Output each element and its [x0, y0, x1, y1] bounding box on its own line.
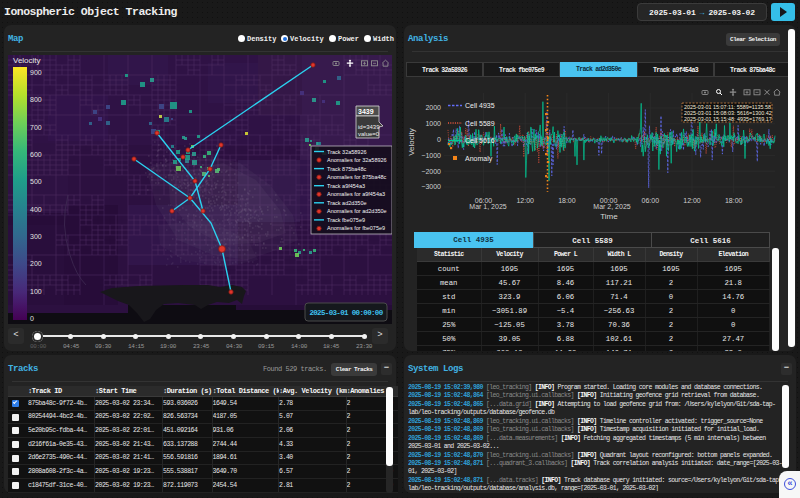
svg-text:Cell 4935: Cell 4935: [465, 102, 495, 109]
svg-text:Anomalies for ad2d350e: Anomalies for ad2d350e: [327, 208, 387, 214]
svg-text:12:00: 12:00: [683, 197, 701, 204]
svg-text:Track fbe075e9: Track fbe075e9: [327, 217, 365, 223]
svg-text:300: 300: [30, 233, 42, 240]
svg-text:−2000: −2000: [421, 168, 441, 175]
svg-text:Anomalies for 875ba48c: Anomalies for 875ba48c: [327, 174, 387, 180]
svg-text:id=3439: id=3439: [358, 124, 380, 130]
svg-text:Cell 5589: Cell 5589: [465, 120, 495, 127]
svg-text:Anomalies for fbe075e9: Anomalies for fbe075e9: [327, 225, 385, 231]
svg-text:200: 200: [30, 260, 42, 267]
svg-text:0: 0: [437, 136, 441, 143]
svg-text:Anomalies for 32a58926: Anomalies for 32a58926: [327, 157, 387, 163]
svg-text:2000: 2000: [425, 104, 441, 111]
svg-text:2025-03-01 15:08:03: 5616=1300: 2025-03-01 15:08:03: 5616=1300.42: [684, 110, 772, 116]
svg-text:600: 600: [30, 151, 42, 158]
svg-text:900: 900: [30, 69, 42, 76]
svg-text:Mar 2, 2025: Mar 2, 2025: [593, 203, 630, 210]
svg-text:Track a9f454a3: Track a9f454a3: [327, 183, 365, 189]
svg-text:Time: Time: [600, 212, 618, 221]
svg-text:12:00: 12:00: [516, 197, 534, 204]
svg-text:Track ad2d350e: Track ad2d350e: [327, 200, 367, 206]
svg-text:400: 400: [30, 206, 42, 213]
svg-text:800: 800: [30, 96, 42, 103]
svg-text:2025-03-01 15:15:48: 4935=1769: 2025-03-01 15:15:48: 4935=1769.17: [684, 116, 772, 122]
svg-text:Anomaly: Anomaly: [465, 155, 493, 163]
svg-text:Anomalies for a9f454a3: Anomalies for a9f454a3: [327, 191, 385, 197]
svg-text:−1000: −1000: [421, 152, 441, 159]
svg-text:2025-03-01 00:00:00: 2025-03-01 00:00:00: [309, 309, 383, 317]
svg-text:1000: 1000: [425, 120, 441, 127]
svg-text:18:00: 18:00: [725, 197, 743, 204]
svg-text:Track 875ba48c: Track 875ba48c: [327, 166, 366, 172]
svg-text:Mar 1, 2025: Mar 1, 2025: [469, 203, 506, 210]
svg-text:500: 500: [30, 178, 42, 185]
svg-text:Velocity: Velocity: [13, 56, 41, 65]
svg-text:18:00: 18:00: [558, 197, 576, 204]
svg-text:100: 100: [30, 288, 42, 295]
svg-text:700: 700: [30, 124, 42, 131]
svg-text:value=0: value=0: [358, 131, 380, 137]
svg-text:3439: 3439: [358, 108, 374, 115]
svg-text:0: 0: [30, 315, 34, 322]
svg-text:Track 32a58926: Track 32a58926: [327, 149, 367, 155]
svg-text:Cell 5616: Cell 5616: [465, 137, 495, 144]
svg-text:Velocity: Velocity: [407, 128, 416, 156]
svg-text:06:00: 06:00: [642, 197, 660, 204]
svg-text:−3000: −3000: [421, 183, 441, 190]
svg-text:2025-03-01 15:07:11: 5589=1135: 2025-03-01 15:07:11: 5589=1135.58: [684, 104, 771, 110]
